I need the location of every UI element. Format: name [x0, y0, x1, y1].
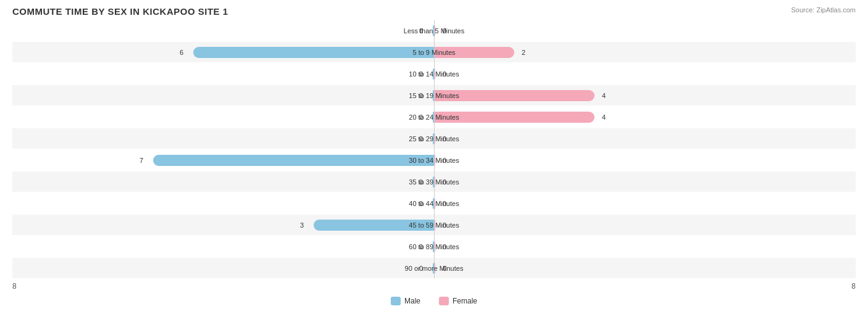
chart-container: COMMUTE TIME BY SEX IN KICKAPOO SITE 1 S… — [0, 0, 868, 322]
left-side: 6 — [12, 42, 434, 62]
male-value: 0 — [419, 200, 423, 207]
male-value: 0 — [419, 135, 423, 142]
female-value: 0 — [443, 200, 446, 207]
left-side: 0 — [12, 64, 434, 84]
female-bar: 4 — [434, 90, 595, 101]
legend: Male Female — [12, 297, 856, 305]
axis-row: 8 8 — [12, 279, 856, 293]
right-side: 0 — [434, 150, 856, 170]
legend-male: Male — [391, 297, 420, 305]
male-value: 0 — [419, 243, 423, 250]
center-line — [434, 20, 435, 278]
male-value: 0 — [419, 70, 423, 78]
left-side: 0 — [12, 128, 434, 149]
female-value: 0 — [443, 221, 446, 229]
right-side: 0 — [434, 128, 856, 149]
right-side: 0 — [434, 215, 856, 235]
female-legend-label: Female — [453, 297, 477, 305]
male-value: 6 — [180, 49, 183, 56]
female-value: 0 — [443, 27, 446, 35]
right-side: 0 — [434, 236, 856, 257]
female-value: 0 — [443, 265, 446, 272]
left-side: 0 — [12, 236, 434, 257]
right-side: 2 — [434, 42, 856, 62]
male-bar: 7 — [153, 155, 434, 166]
male-value: 0 — [419, 92, 423, 99]
female-bar: 4 — [434, 112, 595, 123]
left-side: 0 — [12, 258, 434, 278]
male-value: 0 — [419, 178, 423, 186]
axis-left: 8 — [12, 282, 17, 291]
female-value: 0 — [443, 135, 446, 142]
source-text: Source: ZipAtlas.com — [791, 6, 856, 14]
right-side: 0 — [434, 64, 856, 84]
left-side: 3 — [12, 215, 434, 235]
left-side: 0 — [12, 20, 434, 41]
male-value: 0 — [419, 265, 423, 272]
left-side: 7 — [12, 150, 434, 170]
female-bar: 2 — [434, 47, 514, 58]
female-value: 0 — [443, 157, 446, 164]
left-side: 0 — [12, 171, 434, 192]
female-value: 4 — [602, 114, 606, 121]
rows-container: 0 Less than 5 Minutes 0 6 5 to 9 Minutes… — [12, 20, 856, 278]
female-legend-box — [439, 297, 449, 305]
right-side: 0 — [434, 20, 856, 41]
legend-female: Female — [439, 297, 477, 305]
male-value: 0 — [419, 114, 423, 121]
right-side: 0 — [434, 258, 856, 278]
chart-title: COMMUTE TIME BY SEX IN KICKAPOO SITE 1 — [12, 6, 856, 17]
right-side: 0 — [434, 193, 856, 213]
right-side: 4 — [434, 107, 856, 127]
left-side: 0 — [12, 107, 434, 127]
male-bar: 3 — [314, 220, 434, 231]
female-value: 4 — [602, 92, 606, 99]
male-value: 0 — [419, 27, 423, 35]
male-value: 3 — [300, 221, 304, 229]
chart-wrapper: 0 Less than 5 Minutes 0 6 5 to 9 Minutes… — [12, 20, 856, 305]
male-legend-label: Male — [404, 297, 420, 305]
female-value: 0 — [443, 70, 446, 78]
female-value: 0 — [443, 243, 446, 250]
left-side: 0 — [12, 193, 434, 213]
male-legend-box — [391, 297, 401, 305]
male-value: 7 — [140, 157, 143, 164]
right-side: 0 — [434, 171, 856, 192]
female-value: 0 — [443, 178, 446, 186]
axis-right: 8 — [851, 282, 856, 291]
female-value: 2 — [522, 49, 525, 56]
right-side: 4 — [434, 85, 856, 105]
left-side: 0 — [12, 85, 434, 105]
male-bar: 6 — [193, 47, 434, 58]
